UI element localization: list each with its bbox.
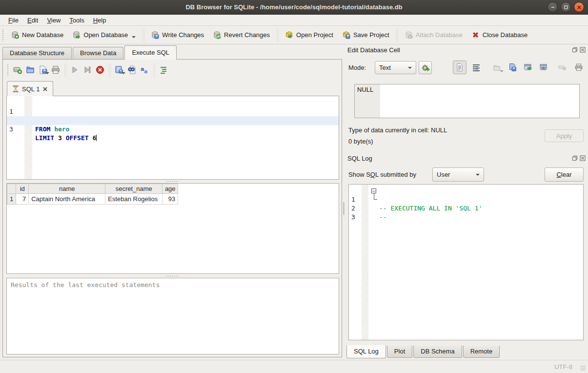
- menu-tools[interactable]: Tools: [65, 16, 88, 25]
- export-results-dropdown-caret[interactable]: [122, 72, 125, 74]
- open-external-button[interactable]: [521, 61, 535, 74]
- stop-execution-button[interactable]: [94, 63, 106, 76]
- text-cursor: [96, 135, 97, 141]
- execute-current-line-button[interactable]: [81, 63, 94, 76]
- tab-execute-sql[interactable]: Execute SQL: [124, 45, 177, 60]
- dock-tab-remote[interactable]: Remote: [463, 346, 500, 358]
- close-dock-icon[interactable]: [580, 155, 586, 161]
- toolbar-separator: [396, 29, 398, 41]
- menu-edit[interactable]: Edit: [23, 16, 42, 25]
- mode-select[interactable]: Text: [375, 61, 416, 74]
- export-file-button[interactable]: [506, 61, 519, 74]
- resize-grip[interactable]: [580, 365, 587, 372]
- close-dock-icon[interactable]: [580, 47, 586, 53]
- corner-header-cell[interactable]: [7, 184, 16, 194]
- log-entry-2: --: [379, 213, 387, 222]
- import-file-button: [490, 61, 504, 74]
- edit-cell-toolbar: [453, 61, 586, 74]
- save-sql-dropdown-caret[interactable]: [45, 72, 49, 74]
- write-changes-icon: [151, 31, 159, 39]
- write-changes-button[interactable]: Write Changes: [146, 28, 208, 41]
- current-line-highlight: 3 LIMIT 3 OFFSET 6: [7, 116, 339, 125]
- editor-toolbar-drag-handle[interactable]: [7, 63, 9, 76]
- cell-editor[interactable]: NULL: [354, 84, 580, 118]
- close-tab-icon[interactable]: [42, 86, 48, 92]
- text-document-button[interactable]: [453, 61, 466, 74]
- word-wrap-button[interactable]: [469, 61, 483, 74]
- format-sql-button[interactable]: [157, 63, 170, 76]
- column-header-name[interactable]: name: [29, 184, 105, 194]
- cell-age[interactable]: 93: [162, 194, 178, 205]
- menu-help[interactable]: Help: [89, 16, 111, 25]
- column-header-secret-name[interactable]: secret_name: [105, 184, 162, 194]
- export-results-button[interactable]: [113, 63, 125, 76]
- window-controls: [547, 2, 584, 12]
- sql-code-line-2: FROM hero: [35, 125, 69, 134]
- save-project-button[interactable]: Save Project: [338, 28, 394, 41]
- link-cell-icon: [539, 63, 548, 72]
- tab-database-structure[interactable]: Database Structure: [2, 47, 72, 60]
- panel-splitter[interactable]: [342, 59, 345, 357]
- dock-tab-db-schema[interactable]: DB Schema: [413, 346, 462, 358]
- column-header-age[interactable]: age: [162, 184, 178, 194]
- close-database-button[interactable]: Close Database: [467, 28, 532, 41]
- menu-view[interactable]: View: [42, 16, 65, 25]
- sql-log-filter-select[interactable]: User: [432, 167, 484, 182]
- save-sql-file-button[interactable]: [37, 63, 49, 76]
- cell-id[interactable]: 7: [16, 194, 29, 205]
- cell-size-info: 0 byte(s): [348, 138, 373, 145]
- editor-results-splitter[interactable]: [3, 180, 342, 183]
- sql-editor[interactable]: 1 SELECT id, name, secret_name, age 2 FR…: [6, 96, 339, 180]
- minimize-icon: [550, 5, 555, 10]
- find-button[interactable]: [125, 63, 138, 76]
- auto-completion-button[interactable]: aa: [138, 63, 151, 76]
- execute-all-button[interactable]: [68, 63, 81, 76]
- execute-all-icon: [70, 65, 80, 75]
- export-file-icon: [508, 63, 517, 72]
- sql-log-view[interactable]: 1 -- EXECUTING ALL IN 'SQL 1' 2 -- 3: [348, 184, 584, 340]
- clear-log-button[interactable]: Clear: [545, 167, 584, 182]
- set-null-button: [555, 61, 569, 74]
- results-message-text: Results of the last executed statements: [11, 281, 160, 289]
- print-button[interactable]: [49, 63, 62, 76]
- toolbar-drag-handle[interactable]: [2, 29, 4, 41]
- open-project-button[interactable]: Open Project: [281, 28, 338, 41]
- auto-completion-icon: aa: [140, 65, 149, 75]
- dock-tab-plot[interactable]: Plot: [387, 346, 412, 358]
- row-number-cell[interactable]: 1: [7, 194, 16, 205]
- cell-secret-name[interactable]: Esteban Rogelios: [105, 194, 162, 205]
- set-null-icon: [558, 63, 567, 72]
- results-grid: id name secret_name age 1 7 Captain Nort…: [6, 183, 339, 274]
- grid-message-splitter[interactable]: [3, 274, 342, 278]
- maximize-button[interactable]: [561, 2, 571, 12]
- minimize-button[interactable]: [547, 2, 558, 12]
- close-button[interactable]: [574, 2, 584, 12]
- sql-code-line-3: LIMIT 3 OFFSET 6: [35, 134, 97, 143]
- new-database-button[interactable]: New Database: [6, 28, 68, 41]
- new-sql-tab-button[interactable]: [11, 63, 24, 76]
- column-header-id[interactable]: id: [16, 184, 29, 194]
- sql-document-tab[interactable]: SQL 1: [7, 81, 53, 96]
- revert-changes-button[interactable]: Revert Changes: [208, 28, 274, 41]
- float-dock-icon[interactable]: [572, 155, 578, 161]
- open-project-icon: [285, 31, 293, 39]
- menu-file[interactable]: File: [4, 16, 23, 25]
- link-cell-button[interactable]: [537, 61, 550, 74]
- attach-database-button: Attach Database: [400, 28, 467, 41]
- toolbar-separator: [142, 29, 144, 41]
- maximize-icon: [564, 5, 568, 10]
- text-document-icon: [455, 63, 464, 72]
- print-cell-button[interactable]: [572, 61, 586, 74]
- apply-mode-button[interactable]: [419, 61, 432, 74]
- tab-browse-data[interactable]: Browse Data: [73, 47, 123, 60]
- fold-collapse-icon[interactable]: [371, 188, 376, 193]
- open-external-icon: [524, 63, 532, 72]
- cell-name[interactable]: Captain North America: [29, 194, 105, 205]
- toolbar-separator: [276, 29, 279, 41]
- open-sql-file-button[interactable]: [24, 63, 37, 76]
- stop-icon: [95, 65, 105, 75]
- open-database-button[interactable]: Open Database: [68, 28, 140, 41]
- open-database-dropdown-caret[interactable]: [132, 36, 136, 38]
- float-dock-icon[interactable]: [572, 47, 578, 53]
- dock-tab-sql-log[interactable]: SQL Log: [346, 345, 386, 358]
